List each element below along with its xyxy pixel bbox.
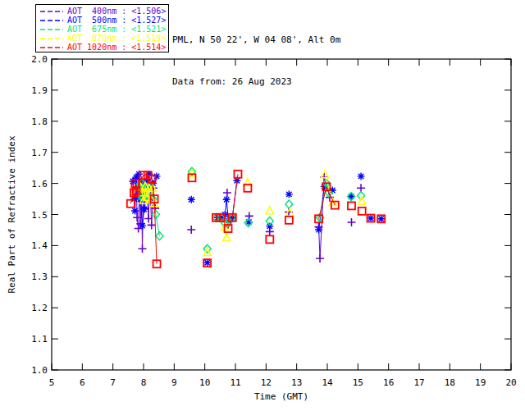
- plot-page: AOT 400nm : <1.506> AOT 500nm : <1.527> …: [0, 0, 525, 420]
- x-tick-label: 14: [322, 377, 333, 388]
- x-tick-label: 5: [49, 377, 55, 388]
- plot-canvas: 5678910111213141516171819201.01.11.21.31…: [0, 0, 525, 420]
- x-tick-label: 9: [171, 377, 177, 388]
- y-tick-label: 1.3: [31, 272, 48, 282]
- series-aot-870nm: [137, 170, 366, 256]
- y-tick-label: 1.1: [31, 334, 48, 345]
- series-aot-675nm: [135, 167, 365, 253]
- y-tick-label: 1.9: [31, 85, 48, 96]
- y-tick-label: 1.2: [31, 303, 48, 313]
- y-tick-label: 1.8: [31, 116, 48, 127]
- x-tick-label: 10: [199, 377, 210, 388]
- series-aot-500nm: [129, 171, 385, 267]
- y-tick-label: 1.7: [31, 148, 48, 158]
- y-axis-ticks: 1.01.11.21.31.41.51.61.71.81.92.0: [31, 54, 511, 376]
- x-tick-label: 16: [383, 377, 394, 388]
- x-tick-label: 13: [291, 377, 302, 388]
- y-tick-label: 2.0: [31, 54, 48, 65]
- x-tick-label: 8: [141, 377, 147, 388]
- x-tick-label: 6: [80, 377, 85, 388]
- plot-frame: [52, 59, 511, 370]
- x-tick-label: 18: [445, 377, 455, 388]
- x-tick-label: 12: [261, 377, 272, 388]
- x-axis-title: Time (GMT): [254, 391, 308, 402]
- y-tick-label: 1.4: [31, 240, 48, 251]
- x-tick-label: 19: [475, 377, 486, 388]
- x-axis-ticks: 567891011121314151617181920: [49, 59, 517, 388]
- y-tick-label: 1.6: [31, 179, 48, 189]
- x-tick-label: 20: [505, 377, 516, 388]
- series-aot-1020nm: [127, 171, 385, 268]
- y-tick-label: 1.5: [31, 210, 48, 221]
- y-tick-label: 1.0: [31, 365, 48, 376]
- y-axis-title: Real Part of Refractive index: [7, 135, 17, 293]
- x-tick-label: 7: [110, 377, 116, 388]
- x-tick-label: 11: [230, 377, 240, 388]
- x-tick-label: 15: [353, 377, 363, 388]
- x-tick-label: 17: [413, 377, 424, 388]
